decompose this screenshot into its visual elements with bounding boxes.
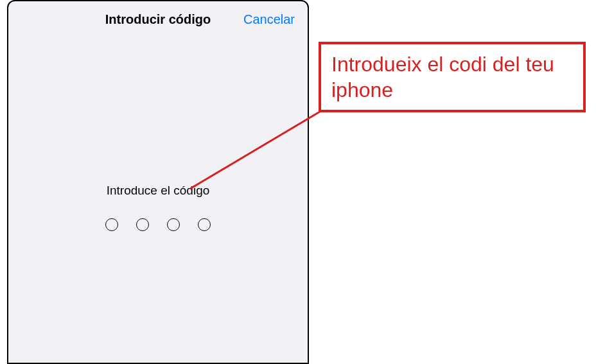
passcode-prompt: Introduce el código (8, 184, 308, 198)
passcode-modal: Introducir código Cancelar Introduce el … (7, 0, 309, 364)
passcode-dot (198, 218, 211, 231)
passcode-section: Introduce el código (8, 184, 308, 231)
modal-title: Introducir código (105, 12, 211, 27)
cancel-button[interactable]: Cancelar (243, 12, 295, 27)
annotation-text: Introdueix el codi del teu iphone (331, 51, 573, 103)
passcode-dot (136, 218, 149, 231)
passcode-input[interactable] (8, 218, 308, 231)
passcode-dot (167, 218, 180, 231)
annotation-callout: Introdueix el codi del teu iphone (319, 42, 586, 112)
modal-header: Introducir código Cancelar (8, 1, 308, 37)
passcode-dot (105, 218, 118, 231)
